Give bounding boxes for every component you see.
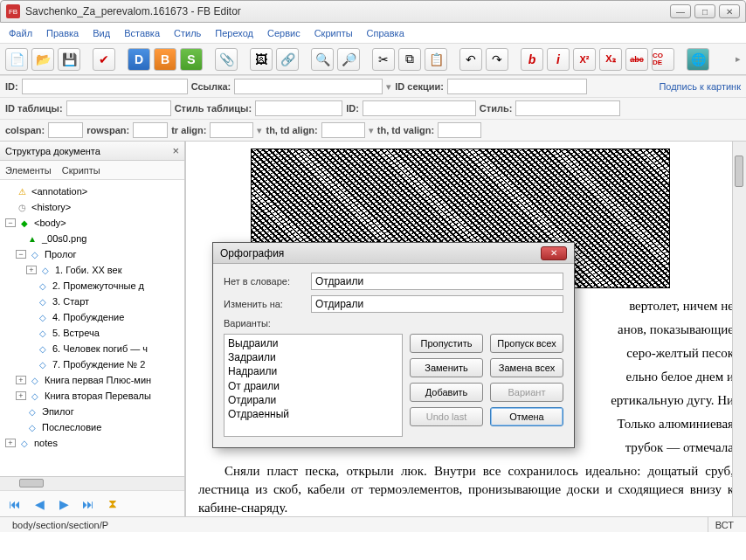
tree-toggle-icon[interactable]: − <box>5 218 16 227</box>
tree-item[interactable]: ◇Послесловие <box>2 419 183 435</box>
tree-toggle-icon[interactable]: + <box>5 439 16 447</box>
variant-option[interactable]: Задраили <box>228 350 398 364</box>
sup-button[interactable]: X² <box>573 48 596 71</box>
menu-help[interactable]: Справка <box>367 28 404 38</box>
tab-elements[interactable]: Элементы <box>5 165 52 176</box>
menu-file[interactable]: Файл <box>9 28 32 38</box>
tree-item[interactable]: ◇7. Пробуждение № 2 <box>2 356 183 372</box>
menu-view[interactable]: Вид <box>93 28 110 38</box>
tree-item[interactable]: ◇Эпилог <box>2 404 183 419</box>
bold-button[interactable]: b <box>521 48 543 71</box>
strike-button[interactable]: abc <box>625 48 648 71</box>
open-icon[interactable]: 📂 <box>31 48 54 71</box>
variants-list[interactable]: ВыдраилиЗадраилиНадраилиОт драилиОтдирал… <box>224 334 403 437</box>
add-button[interactable]: Добавить <box>410 383 483 402</box>
tralign-dropdown-icon[interactable]: ▾ <box>257 125 262 136</box>
input-tdalign[interactable] <box>321 122 365 138</box>
tree-item[interactable]: ▲_00s0.png <box>2 231 183 246</box>
dialog-close-button[interactable]: ✕ <box>541 246 567 260</box>
skip-button[interactable]: Пропустить <box>410 334 483 353</box>
link-icon[interactable]: 🔗 <box>276 48 299 71</box>
nav-first-icon[interactable]: ⏮ <box>5 495 24 513</box>
tree-item[interactable]: ◇3. Старт <box>2 294 183 309</box>
variant-option[interactable]: От драили <box>228 379 398 393</box>
italic-button[interactable]: i <box>547 48 570 71</box>
para-2[interactable]: Сняли пласт песка, открыли люк. Внутри в… <box>198 462 734 516</box>
tree-hscroll[interactable] <box>0 476 184 490</box>
cut-icon[interactable]: ✂ <box>372 48 395 71</box>
nav-next-icon[interactable]: ▶ <box>54 495 73 513</box>
copy-icon[interactable]: ⧉ <box>398 48 421 71</box>
nav-prev-icon[interactable]: ◀ <box>30 495 49 513</box>
menu-style[interactable]: Стиль <box>174 28 201 38</box>
input-not-in-dict[interactable] <box>311 273 563 290</box>
find-icon[interactable]: 🔍 <box>311 48 334 71</box>
tree-toggle-icon[interactable]: − <box>16 250 26 259</box>
undo-icon[interactable]: ↶ <box>459 48 482 71</box>
tree-item[interactable]: ◇2. Промежуточные д <box>2 278 183 294</box>
mode-d-button[interactable]: D <box>128 48 150 71</box>
menu-tools[interactable]: Сервис <box>267 28 300 38</box>
attach-icon[interactable]: 📎 <box>215 48 238 71</box>
variant-option[interactable]: Отдирали <box>228 393 398 407</box>
sub-button[interactable]: X₂ <box>599 48 622 71</box>
toolbar-overflow-icon[interactable]: ▸ <box>736 53 741 65</box>
tree-toggle-icon[interactable]: + <box>16 391 26 400</box>
input-change-to[interactable] <box>311 295 563 313</box>
input-rowspan[interactable] <box>133 122 168 138</box>
tree-item[interactable]: −◆<body> <box>2 215 183 231</box>
input-tralign[interactable] <box>210 122 253 138</box>
replace-all-button[interactable]: Замена всех <box>490 358 563 377</box>
tree-item[interactable]: +◇Книга первая Плюс-мин <box>2 372 183 388</box>
document-tree[interactable]: ⚠<annotation>◷<history>−◆<body>▲_00s0.pn… <box>0 180 184 476</box>
save-icon[interactable]: 💾 <box>58 48 80 71</box>
tree-item[interactable]: +◇Книга вторая Перевалы <box>2 388 183 404</box>
input-style[interactable] <box>515 100 620 116</box>
input-tablestyle[interactable] <box>255 100 342 116</box>
input-tdvalign[interactable] <box>438 122 481 138</box>
tree-item[interactable]: +◇1. Гоби. XX век <box>2 262 183 278</box>
input-idsec[interactable] <box>447 79 587 94</box>
menu-edit[interactable]: Правка <box>46 28 79 38</box>
tree-item[interactable]: ⚠<annotation> <box>2 183 183 199</box>
replace-button[interactable]: Заменить <box>410 358 483 377</box>
new-icon[interactable]: 📄 <box>5 48 28 71</box>
menu-goto[interactable]: Переход <box>215 28 253 38</box>
nav-last-icon[interactable]: ⏭ <box>79 495 98 513</box>
skip-all-button[interactable]: Пропуск всех <box>490 334 563 353</box>
tdalign-dropdown-icon[interactable]: ▾ <box>369 125 374 136</box>
input-id2[interactable] <box>363 100 476 116</box>
cancel-button[interactable]: Отмена <box>490 407 563 426</box>
tree-item[interactable]: −◇Пролог <box>2 246 183 262</box>
validate-icon[interactable]: ✔ <box>93 48 115 71</box>
tree-toggle-icon[interactable]: + <box>16 376 26 384</box>
tree-toggle-icon[interactable]: + <box>26 266 37 274</box>
tab-scripts[interactable]: Скрипты <box>62 165 100 176</box>
input-tableid[interactable] <box>66 100 171 116</box>
maximize-button[interactable]: □ <box>694 4 715 18</box>
link-dropdown-icon[interactable]: ▾ <box>386 81 391 93</box>
variant-option[interactable]: Надраили <box>228 364 398 378</box>
editor-vscroll[interactable] <box>732 142 746 516</box>
input-id[interactable] <box>22 79 188 94</box>
variant-option[interactable]: Отдраенный <box>228 407 398 421</box>
mode-s-button[interactable]: S <box>180 48 203 71</box>
variant-option[interactable]: Выдраили <box>228 336 398 350</box>
web-icon[interactable]: 🌐 <box>687 48 709 71</box>
menu-scripts[interactable]: Скрипты <box>314 28 353 38</box>
image-icon[interactable]: 🖼 <box>250 48 273 71</box>
caption-link[interactable]: Подпись к картинк <box>659 81 741 92</box>
input-link[interactable] <box>234 79 383 94</box>
replace-icon[interactable]: 🔎 <box>337 48 360 71</box>
minimize-button[interactable]: — <box>670 4 691 18</box>
mode-b-button[interactable]: B <box>154 48 176 71</box>
paste-icon[interactable]: 📋 <box>425 48 447 71</box>
tree-item[interactable]: ◇5. Встреча <box>2 325 183 341</box>
tree-item[interactable]: ◷<history> <box>2 199 183 215</box>
tree-item[interactable]: +◇notes <box>2 435 183 451</box>
code-button[interactable]: CO DE <box>652 48 674 71</box>
close-button[interactable]: ✕ <box>719 4 740 18</box>
input-colspan[interactable] <box>48 122 83 138</box>
sidebar-close-icon[interactable]: × <box>172 144 179 157</box>
redo-icon[interactable]: ↷ <box>486 48 508 71</box>
